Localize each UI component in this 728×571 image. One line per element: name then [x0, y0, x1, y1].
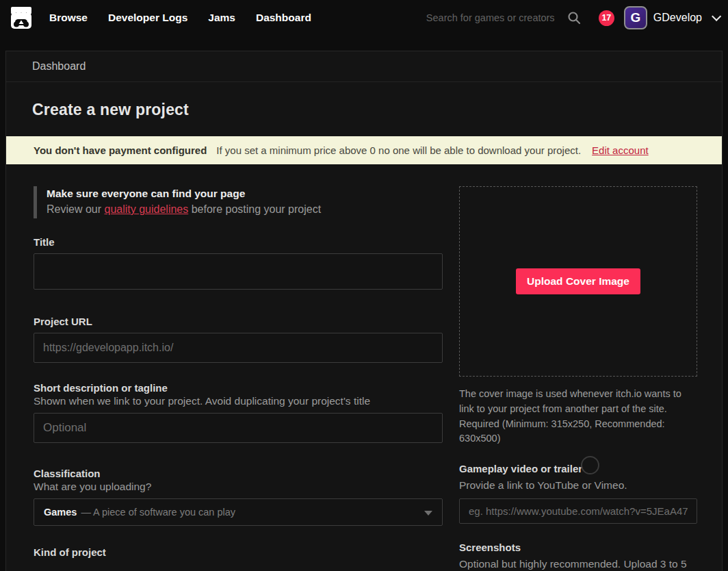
- form-content: Make sure everyone can find your page Re…: [6, 164, 722, 571]
- cover-image-dropzone[interactable]: Upload Cover Image: [459, 186, 697, 377]
- search-input[interactable]: [426, 12, 560, 23]
- top-nav: Browse Developer Logs Jams Dashboard 17 …: [0, 0, 728, 36]
- guidelines-pre: Review our: [47, 203, 104, 215]
- short-description-help: Shown when we link to your project. Avoi…: [34, 395, 443, 407]
- page-header: Create a new project: [6, 82, 722, 136]
- breadcrumb-bar: Dashboard: [6, 51, 722, 82]
- title-label: Title: [34, 236, 443, 248]
- nav-link-developer-logs[interactable]: Developer Logs: [108, 12, 187, 24]
- notification-badge[interactable]: 17: [599, 10, 614, 26]
- title-input[interactable]: [34, 253, 443, 290]
- short-description-label: Short description or tagline: [34, 382, 443, 394]
- guidelines-post: before posting your project: [188, 203, 321, 215]
- short-description-field-group: Short description or tagline Shown when …: [34, 382, 443, 443]
- edit-account-link[interactable]: Edit account: [592, 144, 649, 156]
- classification-select[interactable]: Games — A piece of software you can play: [34, 498, 443, 526]
- form-left-column: Make sure everyone can find your page Re…: [34, 186, 443, 571]
- username[interactable]: GDevelop: [653, 12, 702, 24]
- form-right-column: Upload Cover Image The cover image is us…: [459, 186, 697, 571]
- payment-warning-banner: You don't have payment configured If you…: [6, 136, 722, 164]
- chevron-down-icon[interactable]: [712, 12, 721, 21]
- classification-label: Classification: [34, 468, 443, 479]
- project-url-input[interactable]: [34, 333, 443, 363]
- itchio-logo-icon: [8, 4, 35, 31]
- search-icon[interactable]: [567, 11, 581, 25]
- main-panel: Dashboard Create a new project You don't…: [5, 51, 723, 571]
- nav-links: Browse Developer Logs Jams Dashboard: [49, 12, 311, 24]
- gameplay-video-input[interactable]: [459, 498, 697, 524]
- itchio-logo[interactable]: [7, 3, 36, 32]
- nav-link-dashboard[interactable]: Dashboard: [256, 12, 311, 24]
- classification-value: Games: [44, 507, 77, 518]
- upload-cover-image-button[interactable]: Upload Cover Image: [516, 268, 640, 294]
- dropdown-arrow-icon: [424, 511, 432, 516]
- classification-help: What are you uploading?: [34, 481, 443, 493]
- search-bar: [426, 11, 581, 25]
- classification-field-group: Classification What are you uploading? G…: [34, 468, 443, 526]
- banner-text: If you set a minimum price above 0 no on…: [216, 144, 581, 156]
- quality-guidelines-link[interactable]: quality guidelines: [104, 203, 188, 215]
- avatar[interactable]: G: [624, 6, 647, 29]
- guidelines-title: Make sure everyone can find your page: [47, 188, 443, 200]
- project-url-label: Project URL: [34, 316, 443, 327]
- screenshots-help: Optional but highly recommended. Upload …: [459, 558, 697, 571]
- screenshots-label: Screenshots: [459, 542, 697, 553]
- project-url-field-group: Project URL: [34, 316, 443, 363]
- short-description-input[interactable]: [34, 413, 443, 443]
- kind-of-project-label: Kind of project: [34, 546, 443, 558]
- banner-bold-text: You don't have payment configured: [34, 144, 207, 156]
- breadcrumb[interactable]: Dashboard: [32, 60, 86, 72]
- cover-image-help: The cover image is used whenever itch.io…: [459, 387, 697, 446]
- title-field-group: Title: [34, 236, 443, 292]
- classification-value-desc: — A piece of software you can play: [81, 507, 235, 518]
- guidelines-subtitle: Review our quality guidelines before pos…: [47, 203, 443, 216]
- quality-guidelines-callout: Make sure everyone can find your page Re…: [34, 186, 443, 218]
- page-title: Create a new project: [32, 101, 696, 119]
- nav-link-browse[interactable]: Browse: [49, 12, 88, 24]
- gameplay-video-label: Gameplay video or trailer: [459, 463, 697, 474]
- nav-link-jams[interactable]: Jams: [208, 12, 235, 24]
- gameplay-video-help: Provide a link to YouTube or Vimeo.: [459, 479, 697, 492]
